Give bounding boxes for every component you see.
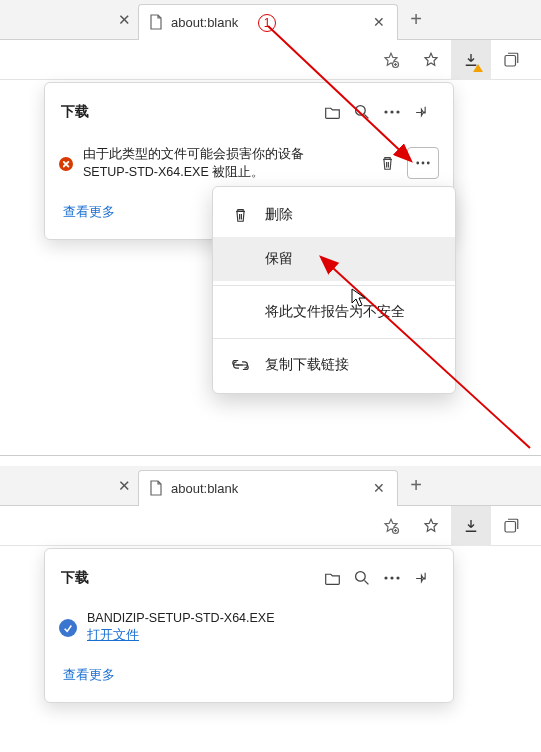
- downloads-button[interactable]: [451, 40, 491, 80]
- browser-toolbar: [0, 506, 541, 546]
- tab-title: about:blank: [171, 481, 363, 496]
- see-more-link[interactable]: 查看更多: [63, 667, 115, 682]
- more-options-button[interactable]: [377, 97, 407, 127]
- link-icon: [231, 360, 249, 370]
- svg-point-5: [396, 110, 399, 113]
- svg-point-7: [422, 162, 425, 165]
- see-more-link[interactable]: 查看更多: [63, 204, 115, 219]
- trash-icon: [231, 207, 249, 223]
- search-downloads-button[interactable]: [347, 563, 377, 593]
- pin-button[interactable]: [407, 97, 437, 127]
- collections-button[interactable]: [491, 40, 531, 80]
- prev-tab-close[interactable]: ✕: [110, 477, 138, 495]
- add-favorite-button[interactable]: [371, 506, 411, 546]
- prev-tab-close[interactable]: ✕: [110, 11, 138, 29]
- svg-point-6: [416, 162, 419, 165]
- svg-point-13: [356, 572, 366, 582]
- tab-close-button[interactable]: ✕: [369, 480, 389, 496]
- ctx-separator: [213, 338, 455, 339]
- downloads-title: 下载: [61, 569, 317, 587]
- annotation-number: 1: [258, 14, 276, 32]
- downloads-title: 下载: [61, 103, 317, 121]
- browser-tabbar: ✕ about:blank ✕ +: [0, 466, 541, 506]
- ctx-keep-label: 保留: [265, 250, 293, 268]
- downloads-panel: 下载 BANDIZIP-SETUP-STD-X64.EXE 打开文件: [44, 548, 454, 703]
- ctx-delete-label: 删除: [265, 206, 293, 224]
- collections-button[interactable]: [491, 506, 531, 546]
- new-tab-button[interactable]: +: [398, 8, 434, 31]
- browser-toolbar: [0, 40, 541, 80]
- favorites-button[interactable]: [411, 506, 451, 546]
- delete-download-button[interactable]: [371, 147, 403, 179]
- svg-rect-1: [505, 55, 516, 66]
- ctx-copy-link-label: 复制下载链接: [265, 356, 349, 374]
- ctx-report-unsafe[interactable]: 将此文件报告为不安全: [213, 290, 455, 334]
- download-context-menu: 删除 保留 将此文件报告为不安全 复制下载链接: [212, 186, 456, 394]
- blocked-icon: [59, 157, 73, 171]
- file-complete-icon: [59, 619, 77, 637]
- add-favorite-button[interactable]: [371, 40, 411, 80]
- svg-point-14: [384, 576, 387, 579]
- blocked-message: 由于此类型的文件可能会损害你的设备 SETUP-STD-X64.EXE 被阻止。: [83, 145, 361, 181]
- browser-tab[interactable]: about:blank ✕: [138, 470, 398, 506]
- search-downloads-button[interactable]: [347, 97, 377, 127]
- download-item-menu-button[interactable]: [407, 147, 439, 179]
- svg-point-2: [356, 106, 366, 116]
- new-tab-button[interactable]: +: [398, 474, 434, 497]
- svg-rect-12: [505, 521, 516, 532]
- svg-point-16: [396, 576, 399, 579]
- more-options-button[interactable]: [377, 563, 407, 593]
- download-filename: BANDIZIP-SETUP-STD-X64.EXE: [87, 611, 439, 625]
- blocked-download-item: 由于此类型的文件可能会损害你的设备 SETUP-STD-X64.EXE 被阻止。: [45, 135, 453, 191]
- svg-point-8: [427, 162, 430, 165]
- page-icon: [149, 480, 163, 496]
- ctx-copy-link[interactable]: 复制下载链接: [213, 343, 455, 387]
- svg-point-4: [390, 110, 393, 113]
- mouse-cursor: [351, 288, 367, 308]
- downloads-button[interactable]: [451, 506, 491, 546]
- pin-button[interactable]: [407, 563, 437, 593]
- open-folder-button[interactable]: [317, 97, 347, 127]
- ctx-keep[interactable]: 保留: [213, 237, 455, 281]
- completed-download-item: BANDIZIP-SETUP-STD-X64.EXE 打开文件: [45, 601, 453, 654]
- svg-point-3: [384, 110, 387, 113]
- tab-close-button[interactable]: ✕: [369, 14, 389, 30]
- page-icon: [149, 14, 163, 30]
- svg-point-15: [390, 576, 393, 579]
- ctx-separator: [213, 285, 455, 286]
- open-folder-button[interactable]: [317, 563, 347, 593]
- ctx-report-label: 将此文件报告为不安全: [265, 303, 405, 321]
- open-file-link[interactable]: 打开文件: [87, 627, 139, 644]
- ctx-delete[interactable]: 删除: [213, 193, 455, 237]
- warning-indicator: [473, 64, 483, 72]
- favorites-button[interactable]: [411, 40, 451, 80]
